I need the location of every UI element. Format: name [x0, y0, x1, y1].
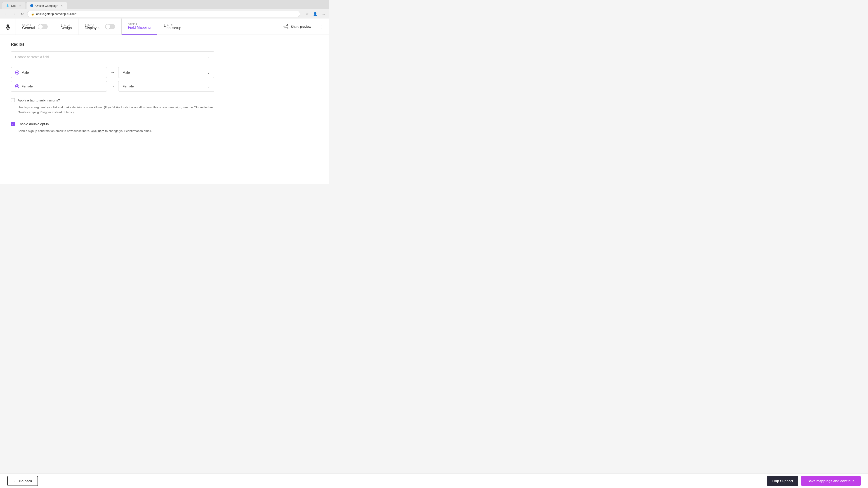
svg-point-1 [6, 27, 7, 29]
step-4-name: Field Mapping [128, 26, 151, 30]
step-5[interactable]: STEP 5 Final setup [157, 19, 188, 35]
mapping-dropdown-male[interactable]: Male ⌄ [118, 67, 214, 78]
mapping-chevron-male: ⌄ [207, 70, 210, 74]
svg-point-3 [7, 29, 8, 30]
tab-onsite-close[interactable]: ✕ [60, 4, 64, 7]
bookmark-button[interactable]: ☆ [304, 11, 310, 17]
share-preview-button[interactable]: Share preview [279, 22, 315, 32]
step-5-name: Final setup [163, 26, 181, 30]
section-title: Radios [11, 42, 214, 47]
step-5-label: STEP 5 [163, 23, 181, 26]
tab-onsite[interactable]: 🔵 Onsite Campaign ✕ [26, 2, 67, 9]
step-3[interactable]: STEP 3 Display s... [79, 19, 122, 35]
step-1[interactable]: STEP 1 General [16, 19, 54, 35]
svg-point-2 [8, 27, 10, 29]
field-dropdown[interactable]: Choose or create a field... ⌄ [11, 51, 214, 62]
double-optin-help-text: Send a signup confirmation email to new … [18, 129, 214, 133]
step-2-label: STEP 2 [61, 23, 72, 26]
radio-label-female: Female [22, 84, 33, 88]
tab-drip[interactable]: 💧 Drip ✕ [2, 2, 26, 9]
extensions-button[interactable]: ⋯ [320, 11, 327, 17]
drip-favicon: 💧 [6, 4, 9, 7]
step-3-label: STEP 3 [85, 23, 102, 26]
radio-circle-female [15, 84, 19, 88]
reload-button[interactable]: ↻ [19, 11, 25, 17]
double-optin-checkbox[interactable] [11, 122, 15, 126]
apply-tag-checkbox[interactable] [11, 98, 15, 102]
share-preview-label: Share preview [291, 25, 311, 29]
arrow-right-icon-male: → [111, 70, 115, 75]
step-4-label: STEP 4 [128, 23, 151, 26]
double-optin-link[interactable]: Click here [91, 129, 104, 133]
tab-drip-close[interactable]: ✕ [18, 4, 22, 7]
step-4[interactable]: STEP 4 Field Mapping [122, 19, 157, 35]
svg-line-8 [285, 27, 287, 28]
onsite-favicon: 🔵 [30, 4, 34, 7]
radio-row-male: Male → Male ⌄ [11, 67, 214, 78]
step-3-toggle[interactable] [105, 24, 115, 29]
new-tab-button[interactable]: ＋ [68, 2, 74, 9]
apply-tag-help-text: Use tags to segment your list and make d… [18, 105, 214, 115]
radio-option-female: Female [11, 81, 107, 92]
radio-circle-male [15, 70, 19, 74]
tab-drip-label: Drip [11, 4, 17, 7]
svg-point-0 [6, 24, 9, 27]
apply-tag-row[interactable]: Apply a tag to submissions? [11, 98, 214, 102]
mapping-dropdown-female[interactable]: Female ⌄ [118, 80, 214, 92]
arrow-right-icon-female: → [111, 84, 115, 89]
step-2[interactable]: STEP 2 Design [54, 19, 79, 35]
forward-button[interactable]: → [11, 11, 17, 17]
step-1-toggle[interactable] [38, 24, 48, 29]
radio-row-female: Female → Female ⌄ [11, 80, 214, 92]
apply-tag-label: Apply a tag to submissions? [18, 98, 60, 102]
svg-point-6 [287, 28, 288, 29]
back-button[interactable]: ← [3, 11, 9, 17]
step-2-name: Design [61, 26, 72, 30]
double-optin-help-after: to change your confirmation email. [105, 129, 152, 133]
mapping-value-female: Female [123, 84, 134, 88]
radio-option-male: Male [11, 67, 107, 78]
steps-container: STEP 1 General STEP 2 Design STEP 3 Disp… [16, 19, 276, 35]
tab-onsite-label: Onsite Campaign [35, 4, 58, 7]
double-optin-row[interactable]: Enable double opt-in [11, 122, 214, 126]
svg-line-7 [285, 25, 287, 26]
mapping-chevron-female: ⌄ [207, 84, 210, 88]
more-options-button[interactable]: ⋮ [318, 23, 326, 30]
svg-point-5 [284, 26, 285, 27]
field-dropdown-placeholder: Choose or create a field... [15, 55, 51, 59]
secure-icon: 🔒 [31, 12, 34, 15]
url-bar[interactable]: 🔒 onsite.getdrip.com/drip-builder/ [27, 11, 300, 17]
url-text: onsite.getdrip.com/drip-builder/ [36, 12, 76, 15]
mapping-value-male: Male [123, 70, 130, 74]
double-optin-label: Enable double opt-in [18, 122, 49, 126]
main-content: Radios Choose or create a field... ⌄ Mal… [0, 35, 329, 184]
profile-button[interactable]: 👤 [312, 11, 318, 17]
app-logo [0, 19, 16, 35]
share-icon [283, 24, 289, 30]
double-optin-help-before: Send a signup confirmation email to new … [18, 129, 90, 133]
step-1-name: General [22, 26, 35, 30]
step-1-label: STEP 1 [22, 23, 35, 26]
step-3-name: Display s... [85, 26, 102, 30]
chevron-down-icon: ⌄ [207, 55, 210, 59]
radio-label-male: Male [22, 70, 29, 74]
svg-point-4 [287, 24, 288, 26]
